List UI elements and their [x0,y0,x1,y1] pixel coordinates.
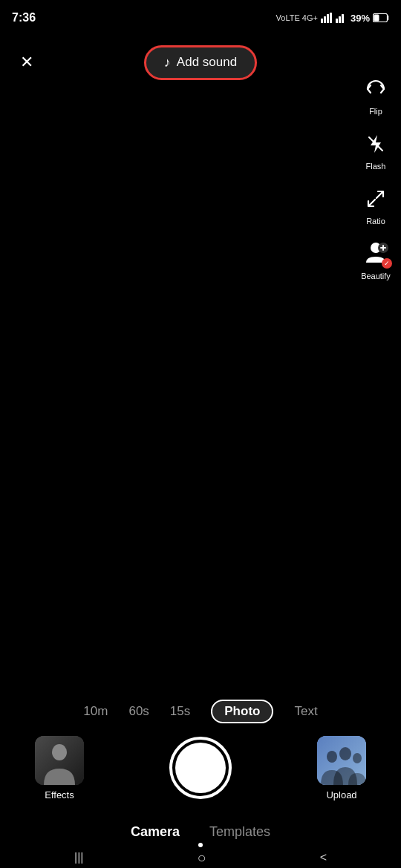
svg-point-19 [52,744,67,760]
system-menu-icon[interactable]: ||| [74,851,83,864]
upload-image-svg [317,736,366,785]
signal-icon [321,13,333,23]
carrier-label: VoLTE 4G+ [276,13,318,22]
beautify-label: Beautify [361,272,391,280]
flash-label: Flash [366,162,386,171]
svg-point-23 [339,747,351,760]
flip-icon [365,78,387,100]
flip-label: Flip [369,107,382,116]
svg-point-22 [327,751,337,763]
status-time: 7:36 [12,11,36,24]
camera-viewfinder [0,89,401,720]
tab-templates[interactable]: Templates [209,824,270,840]
add-sound-label: Add sound [177,55,237,70]
svg-rect-4 [336,19,338,23]
mode-10m[interactable]: 10m [83,704,108,719]
right-sidebar: Flip Flash Ratio [361,74,391,280]
close-icon: ✕ [20,53,33,72]
effects-image [35,736,84,785]
svg-point-24 [353,753,362,763]
svg-rect-2 [327,14,329,23]
effects-thumbnail [35,736,84,785]
system-home-icon[interactable]: ○ [198,849,206,867]
mode-15s[interactable]: 15s [170,704,190,719]
flip-button[interactable]: Flip [361,74,391,116]
system-back-icon[interactable]: < [320,851,327,864]
bottom-nav-tabs: Camera Templates [131,824,270,840]
ratio-button[interactable]: Ratio [361,184,391,226]
svg-rect-3 [330,13,332,23]
top-bar: ✕ ♪ Add sound [0,36,401,89]
ratio-icon [365,188,387,210]
add-sound-button[interactable]: ♪ Add sound [144,45,257,80]
flash-button[interactable]: Flash [361,129,391,171]
bottom-nav: Camera Templates [0,824,401,847]
svg-rect-0 [321,19,323,23]
shutter-inner [175,743,226,793]
beautify-icon-container: ✓ [361,239,391,269]
ratio-icon-container [361,184,391,214]
effects-label: Effects [45,789,74,800]
svg-line-12 [369,200,375,206]
shutter-button[interactable] [169,737,232,799]
flash-icon [365,133,387,155]
svg-line-11 [376,192,382,198]
mode-selector: 10m 60s 15s Photo Text [0,700,401,723]
wifi-icon [336,13,348,23]
svg-rect-5 [339,16,341,23]
close-button[interactable]: ✕ [12,47,42,77]
status-right: VoLTE 4G+ 39% [276,13,389,24]
beautify-button[interactable]: ✓ Beautify [361,239,391,280]
tab-camera[interactable]: Camera [131,824,180,840]
upload-thumbnail [317,736,366,785]
music-note-icon: ♪ [164,55,171,70]
svg-rect-8 [374,15,379,22]
flip-icon-container [361,74,391,104]
bottom-controls: Effects [0,727,401,809]
effects-button[interactable]: Effects [30,736,89,800]
system-nav-bar: ||| ○ < [0,847,401,868]
mode-photo[interactable]: Photo [211,700,273,723]
status-bar: 7:36 VoLTE 4G+ 39% [0,0,401,36]
upload-image [317,736,366,785]
mode-60s[interactable]: 60s [128,704,149,719]
ratio-label: Ratio [366,217,385,226]
beautify-wrapper: ✓ [362,240,389,267]
battery-label: 39% [351,13,370,24]
svg-rect-1 [324,16,326,23]
flash-icon-container [361,129,391,159]
upload-label: Upload [326,789,356,800]
effects-person-svg [35,736,84,785]
svg-rect-6 [342,14,344,23]
beautify-active-badge: ✓ [382,258,392,269]
battery-icon [373,13,389,22]
upload-button[interactable]: Upload [312,736,371,800]
mode-text[interactable]: Text [294,704,317,719]
